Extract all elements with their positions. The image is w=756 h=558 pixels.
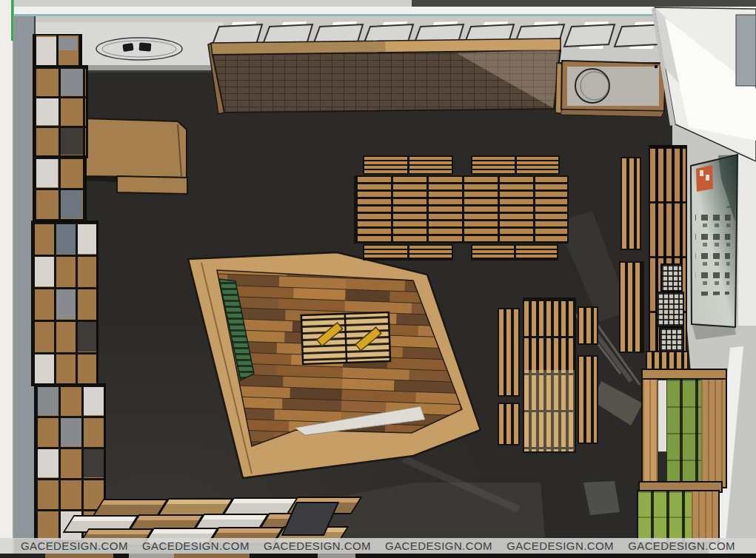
locker-top-band: [643, 370, 726, 380]
washbasin-unit: [555, 61, 666, 117]
locker-green-cells: [667, 380, 701, 487]
table-light-patch: [524, 370, 575, 451]
wall-shelving-left-1: [33, 65, 88, 158]
watermark-text: GACEDESIGN.COM: [264, 539, 371, 552]
bottom-edge-strip: [0, 554, 756, 558]
watermark-band: GACEDESIGN.COM GACEDESIGN.COM GACEDESIGN…: [0, 538, 756, 554]
wall-shelving-left-2: [33, 155, 87, 223]
watermark-text: GACEDESIGN.COM: [628, 539, 735, 552]
locker-white-cell: [658, 380, 667, 452]
bench-vertical-left-2: [498, 403, 520, 446]
shelf-column-narrow-2: [619, 261, 644, 353]
reading-table-vertical: [523, 298, 576, 453]
watermark-text: GACEDESIGN.COM: [142, 539, 250, 552]
basin-icon: [575, 69, 609, 103]
bench-bottom-left: [363, 244, 453, 260]
wire-basket: [660, 263, 683, 292]
interior-render: GACEDESIGN.COM GACEDESIGN.COM GACEDESIGN…: [0, 0, 756, 558]
locker-left-wood: [643, 380, 658, 487]
bench-vertical-left-1: [498, 308, 520, 397]
reading-table-large: [354, 175, 569, 243]
green-lockers-lower: [637, 490, 720, 543]
top-wall-band-left: [0, 0, 412, 7]
bench-bottom-right: [471, 244, 558, 260]
wire-basket: [656, 292, 684, 327]
left-green-trim: [11, 0, 13, 41]
locker-side-panel: [701, 380, 726, 487]
poster-board: [691, 155, 737, 340]
wall-shelving-left-3: [31, 221, 98, 386]
green-lockers-upper: [641, 369, 727, 488]
left-wall-strip: [0, 0, 14, 558]
bench-top-right: [471, 155, 560, 175]
watermark-text: GACEDESIGN.COM: [385, 539, 492, 552]
top-white-band: [0, 7, 756, 14]
watermark-text: GACEDESIGN.COM: [506, 539, 614, 552]
reception-desk: [84, 118, 187, 194]
top-wall-band-right: [412, 0, 756, 7]
bench-vertical-right-2: [578, 355, 598, 444]
shelf-column-wide: [649, 145, 687, 369]
bench-vertical-right-1: [578, 306, 598, 345]
locker-side-panel: [692, 491, 718, 542]
bench-top-left: [363, 155, 453, 175]
watermark-text: GACEDESIGN.COM: [21, 539, 128, 552]
locker-green-cells: [638, 491, 692, 542]
shelf-column-narrow-1: [620, 157, 641, 250]
